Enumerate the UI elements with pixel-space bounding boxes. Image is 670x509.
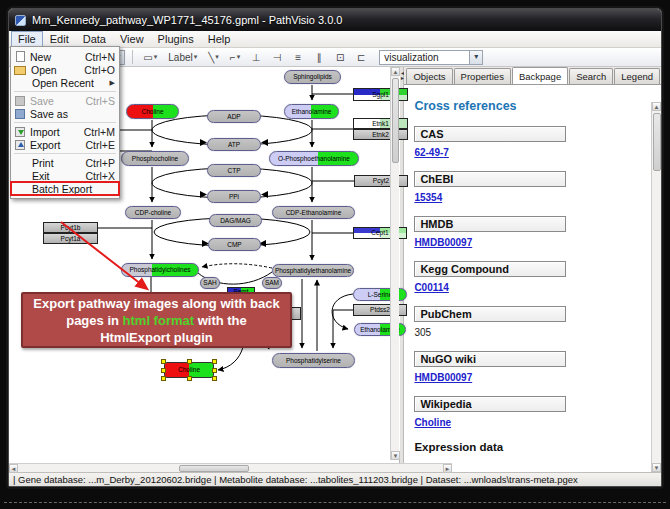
selection-handle[interactable] bbox=[161, 368, 166, 373]
import-icon bbox=[15, 127, 25, 137]
status-bar: | Gene database: ...m_Derby_20120602.bri… bbox=[9, 472, 661, 486]
visualization-combobox[interactable]: visualization ▾ bbox=[379, 50, 483, 65]
scrollbar-thumb[interactable] bbox=[392, 78, 399, 163]
align-middle-tool-icon[interactable]: ⊣ bbox=[269, 49, 285, 65]
menubar-item-view[interactable]: View bbox=[113, 31, 151, 47]
selection-handle[interactable] bbox=[161, 376, 166, 381]
node-label: PPi bbox=[229, 193, 239, 200]
node-cmp[interactable]: CMP bbox=[208, 238, 261, 251]
line-tool-icon[interactable]: ╲▾ bbox=[205, 49, 222, 65]
menubar-item-data[interactable]: Data bbox=[76, 31, 113, 47]
title-bar[interactable]: Mm_Kennedy_pathway_WP1771_45176.gpml - P… bbox=[9, 9, 661, 31]
canvas-horizontal-scrollbar[interactable]: ◄ ► bbox=[9, 463, 452, 472]
node-phosphocholine[interactable]: Phosphocholine bbox=[121, 151, 189, 166]
node-sphingolipids[interactable]: Sphingolipids bbox=[284, 70, 341, 84]
scrollbar-thumb[interactable] bbox=[179, 465, 249, 472]
menu-item-label: Exit bbox=[32, 170, 78, 182]
stack-horizontal-tool-icon[interactable]: ≡ bbox=[290, 49, 306, 65]
menu-item-export[interactable]: ExportCtrl+E bbox=[11, 138, 119, 151]
node-atp[interactable]: ATP bbox=[207, 138, 261, 151]
node-etnk2[interactable]: Etnk2 bbox=[353, 129, 408, 140]
menubar-item-file[interactable]: File bbox=[11, 31, 43, 47]
menubar-item-help[interactable]: Help bbox=[201, 31, 238, 47]
scroll-right-icon[interactable]: ► bbox=[443, 464, 452, 473]
scroll-down-icon[interactable]: ▼ bbox=[652, 463, 661, 472]
selection-handle[interactable] bbox=[212, 376, 217, 381]
node-label: O-Phosphoethanolamine bbox=[278, 155, 350, 162]
menu-item-exit[interactable]: ExitCtrl+X bbox=[11, 169, 119, 182]
selection-handle[interactable] bbox=[187, 359, 192, 364]
tab-backpage[interactable]: Backpage bbox=[512, 67, 568, 84]
node-sam[interactable]: SAM bbox=[262, 277, 282, 289]
tab-legend[interactable]: Legend bbox=[614, 68, 660, 84]
scrollbar-thumb[interactable] bbox=[653, 113, 661, 171]
node-cdp-choline[interactable]: CDP-choline bbox=[125, 206, 181, 219]
ungroup-tool-icon[interactable]: ⊏ bbox=[353, 49, 369, 65]
selection-handle[interactable] bbox=[187, 376, 192, 381]
node-ppi[interactable]: PPi bbox=[207, 190, 261, 203]
callout-text-line: pages in html format with the bbox=[66, 312, 247, 329]
scroll-down-icon[interactable]: ▼ bbox=[391, 451, 400, 460]
menu-item-shortcut: Ctrl+X bbox=[86, 170, 115, 182]
node-pcyt1a[interactable]: Pcyt1a bbox=[43, 233, 98, 244]
node-ethanolamine-top[interactable]: Ethanolamine bbox=[284, 104, 339, 119]
open-icon bbox=[14, 66, 26, 75]
node-label: Etnk2 bbox=[372, 131, 389, 138]
stack-vertical-tool-icon[interactable]: ∥ bbox=[311, 49, 327, 65]
node-etnk1[interactable]: Etnk1 bbox=[353, 118, 408, 129]
align-center-tool-icon[interactable]: ⊥ bbox=[248, 49, 264, 65]
node-ctp[interactable]: CTP bbox=[207, 164, 261, 177]
screenshot-border-dash bbox=[4, 502, 666, 503]
node-sah[interactable]: SAH bbox=[200, 277, 220, 289]
menu-item-new[interactable]: NewCtrl+N bbox=[11, 50, 119, 63]
menu-item-open[interactable]: OpenCtrl+O bbox=[11, 63, 119, 76]
node-dag-mag[interactable]: DAG/MAG bbox=[209, 214, 262, 227]
node-phosphatidylserine[interactable]: Phosphatidylserine bbox=[272, 353, 355, 368]
tab-properties[interactable]: Properties bbox=[454, 68, 511, 84]
selection-handle[interactable] bbox=[212, 368, 217, 373]
node-label: Phosphocholine bbox=[132, 155, 178, 162]
group-tool-icon[interactable]: ⊡ bbox=[332, 49, 348, 65]
node-pcyt2[interactable]: Pcyt2 bbox=[354, 175, 408, 187]
menu-item-print[interactable]: PrintCtrl+P bbox=[11, 156, 119, 169]
datanode-tool-icon[interactable]: ▭▾ bbox=[140, 49, 160, 65]
menu-item-shortcut: Ctrl+O bbox=[84, 64, 115, 76]
selection-handle[interactable] bbox=[212, 359, 217, 364]
node-choline-top[interactable]: Choline bbox=[126, 104, 179, 119]
scroll-up-icon[interactable]: ▲ bbox=[391, 67, 400, 76]
node-choline-selected[interactable]: Choline bbox=[164, 362, 214, 378]
node-phosphatidylethanolamine[interactable]: Phosphatidylethanolamine bbox=[272, 264, 354, 277]
panel-scrollbar[interactable]: ▲ ▼ bbox=[651, 102, 661, 472]
node-label: Pcyt1a bbox=[61, 235, 81, 242]
node-label: Choline bbox=[178, 366, 200, 373]
node-label: Etnk1 bbox=[372, 120, 389, 127]
node-pcyt1b[interactable]: Pcyt1b bbox=[43, 222, 98, 233]
node-label: Sphingolipids bbox=[293, 73, 332, 80]
callout-text: with the bbox=[194, 313, 247, 328]
tab-search[interactable]: Search bbox=[569, 68, 613, 84]
new-icon bbox=[16, 51, 25, 62]
canvas-vertical-scrollbar[interactable]: ▲ ▼ bbox=[390, 67, 399, 460]
label-tool-icon[interactable]: Label▾ bbox=[165, 49, 200, 65]
node-adp[interactable]: ADP bbox=[207, 110, 261, 123]
menu-item-import[interactable]: ImportCtrl+M bbox=[11, 125, 119, 138]
node-label: CTP bbox=[228, 167, 241, 174]
node-cdp-ethanolamine[interactable]: CDP-Ethanolamine bbox=[272, 206, 355, 219]
menu-separator bbox=[14, 153, 116, 154]
menu-item-save-as[interactable]: Save as bbox=[11, 107, 119, 120]
chevron-down-icon[interactable]: ▾ bbox=[469, 51, 482, 64]
window-title: Mm_Kennedy_pathway_WP1771_45176.gpml - P… bbox=[32, 14, 342, 26]
node-label: CDP-Ethanolamine bbox=[286, 209, 342, 216]
selection-handle[interactable] bbox=[161, 359, 166, 364]
node-sgpl1[interactable]: Sgpl1 bbox=[353, 88, 408, 101]
menu-item-shortcut: Ctrl+N bbox=[85, 51, 115, 63]
menubar-item-edit[interactable]: Edit bbox=[43, 31, 76, 47]
connector-tool-icon[interactable]: ⌐▾ bbox=[227, 49, 243, 65]
menu-item-open-recent[interactable]: Open Recent▶ bbox=[11, 76, 119, 89]
node-o-phosphoethanolamine[interactable]: O-Phosphoethanolamine bbox=[269, 151, 359, 166]
scroll-up-icon[interactable]: ▲ bbox=[652, 102, 661, 111]
menu-item-batch-export[interactable]: Batch Export bbox=[11, 182, 119, 195]
menubar-item-plugins[interactable]: Plugins bbox=[151, 31, 201, 47]
node-phosphatidylcholines[interactable]: Phosphatidylcholines bbox=[121, 263, 199, 277]
scroll-left-icon[interactable]: ◄ bbox=[9, 464, 18, 473]
